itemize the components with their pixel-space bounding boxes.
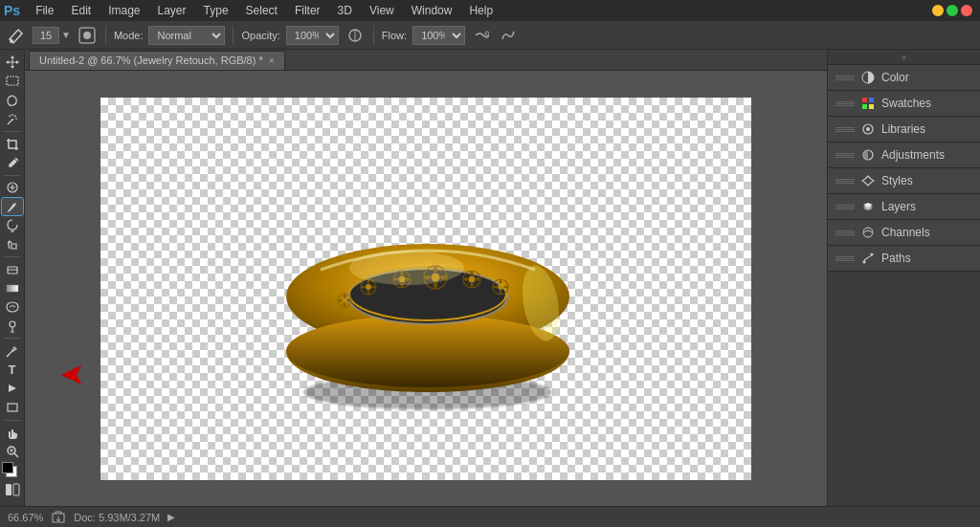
layers-grip-icon: [835, 203, 855, 211]
doc-info-arrow[interactable]: ▶: [167, 512, 175, 522]
airbrush-icon[interactable]: [471, 25, 492, 46]
close-button[interactable]: [961, 5, 972, 16]
svg-rect-11: [8, 404, 17, 411]
canvas: [100, 98, 751, 480]
svg-point-31: [498, 284, 503, 290]
color-panel-header[interactable]: Color: [828, 65, 980, 90]
color-icon: [860, 70, 876, 85]
flow-select[interactable]: 100%75%50%: [412, 26, 465, 45]
menu-3d[interactable]: 3D: [330, 2, 360, 19]
cursor-indicator: ➤: [59, 356, 85, 392]
menu-bar: Ps File Edit Image Layer Type Select Fil…: [0, 0, 980, 21]
document-tab[interactable]: Untitled-2 @ 66.7% (Jewelry Retouch, RGB…: [29, 51, 285, 70]
left-toolbar: T: [0, 50, 25, 506]
libraries-grip-icon: [835, 125, 855, 134]
crop-tool[interactable]: [2, 135, 23, 153]
status-bar: 66.67% Doc: 5.93M/3.27M ▶: [0, 506, 980, 527]
svg-point-6: [11, 119, 13, 121]
menu-window[interactable]: Window: [404, 2, 460, 19]
brush-tool[interactable]: [2, 198, 23, 216]
channels-grip-icon: [835, 229, 855, 237]
quick-mask-btn[interactable]: [5, 483, 20, 498]
canvas-container: ➤: [25, 71, 827, 506]
gradient-tool[interactable]: [2, 279, 23, 297]
menu-view[interactable]: View: [362, 2, 402, 19]
menu-layer[interactable]: Layer: [150, 2, 194, 19]
libraries-panel-label: Libraries: [881, 122, 972, 136]
shape-tool[interactable]: [2, 399, 23, 417]
dodge-tool[interactable]: [2, 318, 23, 336]
layers-panel-label: Layers: [881, 200, 972, 213]
layers-panel-header[interactable]: Layers: [828, 194, 980, 219]
brush-size-arrow[interactable]: ▼: [61, 30, 71, 40]
maximize-button[interactable]: [947, 5, 958, 16]
brush-size-input[interactable]: [33, 27, 59, 44]
channels-panel-header[interactable]: Channels: [828, 220, 980, 245]
paths-grip-icon: [835, 254, 855, 263]
brush-tool-icon: [6, 25, 27, 46]
zoom-level: 66.67%: [8, 512, 43, 523]
color-panel: Color: [828, 65, 980, 91]
menu-file[interactable]: File: [28, 2, 61, 19]
sep2: [233, 26, 234, 45]
text-tool-label: T: [9, 362, 16, 377]
svg-rect-38: [869, 98, 874, 102]
svg-rect-40: [869, 104, 874, 109]
menu-edit[interactable]: Edit: [63, 2, 99, 19]
swatches-panel-header[interactable]: Swatches: [828, 91, 980, 116]
lasso-tool[interactable]: [2, 92, 23, 110]
tool-separator-5: [4, 420, 21, 421]
foreground-background-colors[interactable]: [2, 462, 23, 480]
history-brush-tool[interactable]: [2, 235, 23, 253]
menu-image[interactable]: Image: [100, 2, 147, 19]
styles-grip-icon: [835, 177, 855, 186]
svg-rect-37: [862, 98, 867, 102]
move-tool[interactable]: [2, 54, 23, 72]
text-tool[interactable]: T: [2, 361, 23, 379]
menu-type[interactable]: Type: [196, 2, 236, 19]
svg-point-42: [866, 127, 870, 131]
mode-select[interactable]: NormalMultiplyScreenOverlay: [148, 26, 225, 45]
styles-panel-header[interactable]: Styles: [828, 168, 980, 193]
channels-icon: [860, 225, 876, 240]
styles-panel-label: Styles: [881, 174, 972, 187]
adjustments-panel-header[interactable]: Adjustments: [828, 143, 980, 167]
tool-separator-1: [4, 131, 21, 132]
zoom-export-icon[interactable]: [51, 510, 66, 525]
eraser-tool[interactable]: [2, 260, 23, 278]
path-select-tool[interactable]: [2, 380, 23, 398]
pen-tool[interactable]: [2, 341, 23, 360]
svg-point-4: [485, 32, 489, 35]
color-panel-label: Color: [881, 71, 972, 84]
opacity-label: Opacity:: [241, 30, 279, 41]
brush-size-control[interactable]: ▼: [33, 27, 71, 44]
svg-rect-13: [6, 484, 11, 495]
menu-filter[interactable]: Filter: [287, 2, 328, 19]
menu-select[interactable]: Select: [238, 2, 285, 19]
pressure-opacity-icon[interactable]: [345, 25, 366, 46]
hand-tool[interactable]: [2, 423, 23, 441]
libraries-panel-header[interactable]: Libraries: [828, 117, 980, 142]
smoothing-icon[interactable]: [498, 25, 519, 46]
select-rect-tool[interactable]: [2, 73, 23, 91]
magic-wand-tool[interactable]: [2, 111, 23, 129]
paths-panel-header[interactable]: Paths: [828, 246, 980, 271]
eyedropper-tool[interactable]: [2, 154, 23, 172]
stamp-tool[interactable]: [2, 216, 23, 234]
panel-collapse-btn[interactable]: »: [828, 50, 980, 65]
blur-tool[interactable]: [2, 298, 23, 317]
svg-rect-39: [862, 104, 867, 109]
brush-preset-icon[interactable]: [77, 25, 98, 46]
svg-point-10: [10, 321, 15, 327]
zoom-tool[interactable]: [2, 442, 23, 460]
sep1: [105, 26, 106, 45]
adjustments-panel-label: Adjustments: [881, 148, 972, 162]
collapse-icon: »: [902, 53, 906, 62]
menu-help[interactable]: Help: [461, 2, 501, 19]
adjustments-icon: [860, 147, 876, 163]
foreground-color[interactable]: [2, 462, 13, 473]
heal-tool[interactable]: [2, 179, 23, 197]
minimize-button[interactable]: [932, 5, 944, 16]
tab-close-button[interactable]: ×: [269, 55, 275, 66]
opacity-select[interactable]: 100%75%50%: [286, 26, 339, 45]
